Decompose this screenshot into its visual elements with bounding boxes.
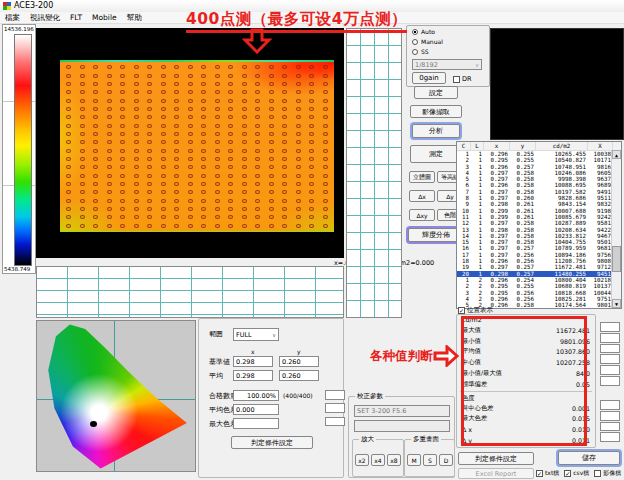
stat-row: Δ y0.011 <box>457 435 595 446</box>
measurement-point <box>107 132 112 136</box>
analyze-button[interactable]: 分析 <box>412 124 460 138</box>
delta-x-button[interactable]: Δx <box>409 190 435 202</box>
image-capture-button[interactable]: 影像擷取 <box>410 105 462 118</box>
calibration-value-field[interactable]: SET 3-200 F5.6 <box>354 405 450 417</box>
zoom-buttons: x2x4x8 <box>355 454 401 466</box>
checkbox-box[interactable] <box>564 470 571 477</box>
measurement-point <box>120 99 125 103</box>
menu-item[interactable]: FLT <box>70 13 82 22</box>
measurement-point <box>93 149 98 153</box>
menu-item[interactable]: 幫助 <box>127 13 142 23</box>
measurement-point <box>188 215 193 219</box>
measurement-point <box>309 224 314 228</box>
heatmap-panel[interactable] <box>36 28 344 258</box>
radio-circle-icon[interactable] <box>412 49 418 55</box>
column-header[interactable]: L <box>471 142 484 150</box>
checkbox-csv檔[interactable]: csv檔 <box>564 469 589 478</box>
measurement-point <box>93 107 98 111</box>
checkbox-txt檔[interactable]: txt檔 <box>536 469 559 478</box>
position-checkbox-box[interactable] <box>458 307 465 314</box>
average-y-field[interactable]: 0.260 <box>279 370 319 381</box>
reference-y-field[interactable]: 0.260 <box>279 356 319 367</box>
measure-button[interactable]: 測定 <box>410 145 462 163</box>
measurement-area[interactable] <box>60 60 334 232</box>
settings-button[interactable]: 設定 <box>414 86 458 99</box>
menu-item[interactable]: 檔案 <box>5 13 20 23</box>
multiview-button-M[interactable]: M <box>407 454 421 466</box>
radio-circle-icon[interactable] <box>412 39 418 45</box>
average-x-field[interactable]: 0.298 <box>233 370 273 381</box>
judge-condition-button[interactable]: 判定條件設定 <box>458 452 534 465</box>
delta-xy-button[interactable]: Δxy <box>409 209 435 221</box>
shutter-select[interactable]: 1/8192 ∨ <box>412 59 482 70</box>
column-header[interactable]: C <box>457 142 471 150</box>
checkbox-box[interactable] <box>594 470 601 477</box>
excel-report-button[interactable]: Excel Report <box>458 468 534 479</box>
measurement-point <box>269 115 274 119</box>
measurement-point <box>323 124 328 128</box>
measurement-point <box>147 65 152 69</box>
measurement-point <box>188 157 193 161</box>
radio-ss[interactable]: SS <box>412 47 489 56</box>
save-button[interactable]: 儲存 <box>558 451 620 465</box>
column-header[interactable]: cd/m2 <box>536 142 588 150</box>
range-select[interactable]: FULL ∨ <box>233 328 279 341</box>
multiview-button-D[interactable]: D <box>439 454 453 466</box>
checkbox-box[interactable] <box>536 470 543 477</box>
measurement-point <box>134 82 139 86</box>
menu-item[interactable]: 視訊變化 <box>30 13 60 23</box>
measurement-point <box>66 132 71 136</box>
multiview-button-S[interactable]: S <box>423 454 437 466</box>
measurement-point <box>107 99 112 103</box>
scroll-up-icon[interactable]: ▲ <box>612 150 621 159</box>
measurement-point <box>323 82 328 86</box>
scroll-down-icon[interactable]: ▼ <box>612 299 621 308</box>
dr-checkbox-box[interactable] <box>453 76 460 83</box>
checkbox-影像檔[interactable]: 影像檔 <box>594 469 621 478</box>
measurement-point <box>323 224 328 228</box>
dr-checkbox[interactable]: DR <box>453 75 472 83</box>
measurement-point <box>120 90 125 94</box>
measurement-point <box>215 199 220 203</box>
reference-x-field[interactable]: 0.298 <box>233 356 273 367</box>
measurement-point <box>323 215 328 219</box>
stat-value: 0.015 <box>572 415 590 422</box>
results-table[interactable]: CLxycd/m2X 110.2960.25510265.45510038210… <box>456 141 622 309</box>
avg-diff-field[interactable]: 0.000 <box>233 404 279 415</box>
scrollbar-thumb[interactable] <box>612 246 621 272</box>
radio-circle-icon[interactable] <box>412 29 418 35</box>
radio-manual[interactable]: Manual <box>412 37 489 46</box>
measurement-point <box>309 215 314 219</box>
measurement-point <box>309 149 314 153</box>
measurement-point <box>174 215 179 219</box>
calibration-value2-field[interactable] <box>354 420 450 432</box>
stat-label: 最小值 <box>462 337 481 346</box>
measurement-point <box>215 174 220 178</box>
range-value: FULL <box>236 331 252 339</box>
measurement-point <box>80 165 85 169</box>
results-table-body[interactable]: 110.2960.25510265.45510038210.2950.25510… <box>457 151 621 308</box>
pass-percent-field[interactable]: 100.00% <box>233 390 279 401</box>
cie-diagram[interactable] <box>36 320 196 472</box>
solid-view-button[interactable]: 立體圖 <box>409 171 435 183</box>
radio-label: Auto <box>421 28 435 35</box>
measurement-point <box>269 107 274 111</box>
measurement-point <box>174 124 179 128</box>
column-header[interactable]: x <box>484 142 510 150</box>
zoom-button-x4[interactable]: x4 <box>371 454 385 466</box>
zoom-button-x2[interactable]: x2 <box>355 454 369 466</box>
zoom-button-x8[interactable]: x8 <box>387 454 401 466</box>
max-diff-field[interactable] <box>233 418 279 429</box>
measurement-point <box>242 90 247 94</box>
measurement-point <box>66 115 71 119</box>
range-judge-condition-button[interactable]: 判定條件設定 <box>231 436 313 449</box>
zero-gain-button[interactable]: 0gain <box>412 72 446 84</box>
radio-auto[interactable]: Auto <box>412 27 489 36</box>
menu-item[interactable]: Mobile <box>92 13 117 22</box>
column-header[interactable]: X <box>588 142 613 150</box>
results-scrollbar[interactable]: ▲ ▼ <box>611 150 621 308</box>
measurement-point <box>134 140 139 144</box>
column-header[interactable]: y <box>510 142 536 150</box>
judge-result-box <box>600 333 620 343</box>
results-table-header[interactable]: CLxycd/m2X <box>457 142 621 151</box>
